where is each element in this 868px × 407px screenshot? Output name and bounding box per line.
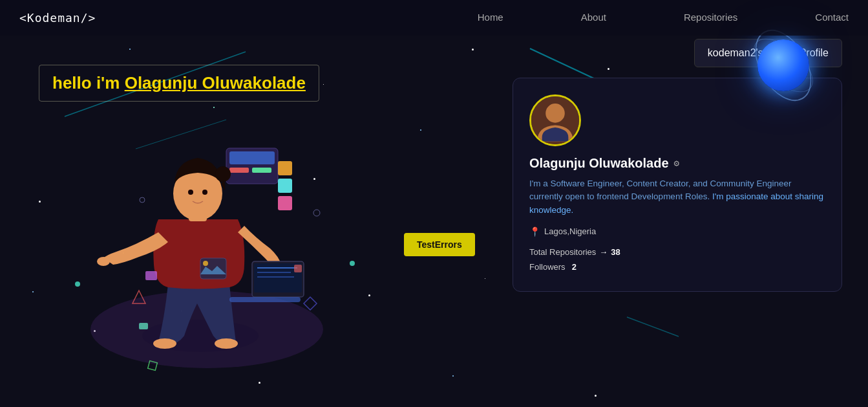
nav-item-home[interactable]: Home xyxy=(478,12,503,24)
svg-point-41 xyxy=(545,104,565,123)
svg-rect-6 xyxy=(229,151,275,164)
svg-point-37 xyxy=(75,281,80,287)
nav-links: Home About Repositories Contact xyxy=(478,12,849,24)
svg-rect-30 xyxy=(139,323,148,329)
repos-stat: Total Repositories → 38 xyxy=(529,245,825,259)
svg-point-35 xyxy=(203,261,208,266)
svg-rect-7 xyxy=(229,168,249,173)
profile-name-row: Olagunju Oluwakolade ⚙ xyxy=(529,156,825,171)
svg-point-14 xyxy=(215,338,238,349)
location-icon: 📍 xyxy=(529,226,540,237)
profile-bio: I'm a Software Engineer, Content Creator… xyxy=(529,177,825,217)
avatar xyxy=(529,94,581,146)
test-errors-button[interactable]: TestErrors xyxy=(404,233,475,256)
orbit-decoration xyxy=(745,27,822,104)
github-section: kodeman2's Github Profile xyxy=(513,39,842,292)
svg-rect-10 xyxy=(278,179,292,193)
nav-link-about[interactable]: About xyxy=(581,12,606,23)
orbit-planet xyxy=(757,39,809,91)
svg-rect-29 xyxy=(145,271,157,280)
svg-point-25 xyxy=(202,190,207,195)
profile-name: Olagunju Oluwakolade xyxy=(529,156,669,171)
nav-link-contact[interactable]: Contact xyxy=(815,12,849,23)
avatar-image xyxy=(531,94,579,146)
svg-rect-8 xyxy=(252,168,271,173)
stats-row: Total Repositories → 38 Followers 2 xyxy=(529,245,825,275)
nav-item-repositories[interactable]: Repositories xyxy=(684,12,737,24)
repos-arrow: → xyxy=(599,245,608,259)
svg-rect-31 xyxy=(294,265,302,272)
location-row: 📍 Lagos,Nigeria xyxy=(529,226,825,237)
nav-link-repositories[interactable]: Repositories xyxy=(684,12,737,23)
svg-rect-36 xyxy=(229,297,301,302)
logo[interactable]: <Kodeman/> xyxy=(19,11,96,25)
svg-point-38 xyxy=(350,261,355,266)
nav-item-about[interactable]: About xyxy=(581,12,606,24)
svg-point-13 xyxy=(153,338,176,349)
nav-item-contact[interactable]: Contact xyxy=(815,12,849,24)
svg-point-15 xyxy=(97,257,110,266)
followers-value: 2 xyxy=(572,259,577,274)
svg-rect-11 xyxy=(278,196,292,210)
svg-line-3 xyxy=(627,317,679,336)
svg-rect-9 xyxy=(278,161,292,175)
repos-label: Total Repositories xyxy=(529,245,596,259)
nav-link-home[interactable]: Home xyxy=(478,12,503,23)
svg-point-32 xyxy=(140,197,145,203)
svg-point-23 xyxy=(215,166,231,182)
location-text: Lagos,Nigeria xyxy=(544,226,596,236)
followers-stat: Followers 2 xyxy=(529,259,825,274)
svg-point-24 xyxy=(188,190,193,195)
profile-card: Olagunju Oluwakolade ⚙ I'm a Software En… xyxy=(513,78,842,292)
repos-value: 38 xyxy=(611,245,620,259)
developer-illustration xyxy=(39,83,375,394)
verified-icon: ⚙ xyxy=(674,158,679,169)
svg-point-33 xyxy=(313,210,320,216)
svg-marker-28 xyxy=(304,297,317,310)
followers-label: Followers xyxy=(529,259,566,274)
navigation: <Kodeman/> Home About Repositories Conta… xyxy=(0,0,868,36)
